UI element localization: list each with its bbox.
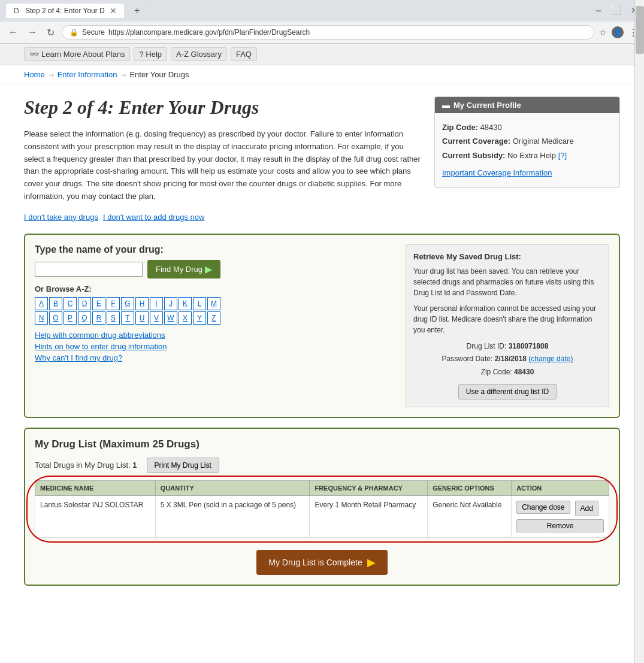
alpha-btn-v[interactable]: V <box>150 311 163 325</box>
scrollbar-thumb[interactable] <box>636 6 644 54</box>
alpha-btn-t[interactable]: T <box>121 311 134 325</box>
alpha-btn-d[interactable]: D <box>78 297 91 310</box>
browser-tab[interactable]: 🗋 Step 2 of 4: Enter Your D ✕ <box>6 4 124 18</box>
no-add-btn[interactable]: I don't want to add drugs now <box>103 213 204 222</box>
help-link[interactable]: ? Help <box>134 47 167 61</box>
bookmark-btn[interactable]: ☆ <box>599 28 607 37</box>
password-date-row: Password Date: 2/18/2018 (change date) <box>413 353 601 366</box>
alpha-btn-k[interactable]: K <box>179 297 192 310</box>
change-dose-btn[interactable]: Change dose <box>516 501 570 514</box>
coverage-row: Current Coverage: Original Medicare <box>442 134 612 148</box>
breadcrumb-current: Enter Your Drugs <box>129 70 189 79</box>
subsidy-help-icon[interactable]: [?] <box>558 151 567 160</box>
col-quantity: QUANTITY <box>155 480 310 495</box>
add-btn[interactable]: Add <box>575 501 598 516</box>
use-different-btn[interactable]: Use a different drug list ID <box>458 384 557 399</box>
tab-close-btn[interactable]: ✕ <box>110 6 117 16</box>
help-enter-drug-link[interactable]: Hints on how to enter drug information <box>35 342 394 351</box>
new-tab-btn[interactable]: + <box>129 4 146 18</box>
profile-icon[interactable]: 👤 <box>612 26 624 38</box>
page-header: Step 2 of 4: Enter Your Drugs Please sel… <box>24 96 620 222</box>
drug-list-section: My Drug List (Maximum 25 Drugs) Total Dr… <box>24 428 620 586</box>
alpha-btn-l[interactable]: L <box>193 297 206 310</box>
drug-list-title: My Drug List (Maximum 25 Drugs) <box>35 438 609 450</box>
alpha-btn-w[interactable]: W <box>164 311 177 325</box>
glossary-label: A-Z Glossary <box>176 50 222 59</box>
complete-drug-list-btn[interactable]: My Drug List is Complete ▶ <box>256 550 387 575</box>
find-btn-arrow-icon: ▶ <box>205 264 212 275</box>
alpha-btn-s[interactable]: S <box>107 311 120 325</box>
retrieve-section: Retrieve My Saved Drug List: Your drug l… <box>406 244 609 407</box>
alpha-btn-q[interactable]: Q <box>78 311 91 325</box>
restore-btn[interactable]: ⬜ <box>611 5 621 16</box>
drug-table-body: Lantus Solostar INJ SOLOSTAR 5 X 3ML Pen… <box>35 495 609 537</box>
find-drug-label: Find My Drug <box>156 265 202 274</box>
forward-btn[interactable]: → <box>25 26 40 39</box>
alpha-btn-b[interactable]: B <box>49 297 62 310</box>
alpha-btn-a[interactable]: A <box>35 297 48 310</box>
alpha-btn-z[interactable]: Z <box>207 311 220 325</box>
alpha-btn-n[interactable]: N <box>35 311 48 325</box>
alpha-btn-h[interactable]: H <box>135 297 149 310</box>
url-bar[interactable]: 🔒 Secure https://plancompare.medicare.go… <box>62 25 594 40</box>
alpha-btn-x[interactable]: X <box>179 311 192 325</box>
alpha-btn-j[interactable]: J <box>164 297 177 310</box>
alpha-btn-i[interactable]: I <box>150 297 163 310</box>
secure-label: Secure <box>82 28 105 37</box>
help-links: Help with common drug abbreviations Hint… <box>35 331 394 362</box>
url-text: https://plancompare.medicare.gov/pfdn/Pl… <box>108 28 586 37</box>
browser-chrome: 🗋 Step 2 of 4: Enter Your D ✕ + − ⬜ ✕ ← … <box>0 0 644 44</box>
title-bar: 🗋 Step 2 of 4: Enter Your D ✕ + − ⬜ ✕ <box>0 0 644 22</box>
alpha-btn-u[interactable]: U <box>135 311 149 325</box>
glossary-link[interactable]: A-Z Glossary <box>171 47 227 61</box>
print-drug-list-btn[interactable]: Print My Drug List <box>147 458 219 473</box>
profile-icon-small: ▬ <box>442 101 450 110</box>
profile-card-header: ▬ My Current Profile <box>435 97 619 113</box>
drug-quantity-cell: 5 X 3ML Pen (sold in a package of 5 pens… <box>155 495 310 537</box>
drug-action-cell: Change dose Add Remove <box>512 495 609 537</box>
alpha-btn-f[interactable]: F <box>107 297 120 310</box>
table-header-row: MEDICINE NAME QUANTITY FREQUENCY & PHARM… <box>35 480 609 495</box>
help-find-drug-link[interactable]: Why can't I find my drug? <box>35 353 394 362</box>
alpha-btn-y[interactable]: Y <box>193 311 206 325</box>
retrieve-title: Retrieve My Saved Drug List: <box>413 252 601 261</box>
find-drug-btn[interactable]: Find My Drug ▶ <box>147 260 220 278</box>
help-abbreviations-link[interactable]: Help with common drug abbreviations <box>35 331 394 340</box>
back-btn[interactable]: ← <box>6 26 20 39</box>
alphabet-row-1: ABCDEFGHIJKLM <box>35 297 394 310</box>
alpha-btn-m[interactable]: M <box>207 297 220 310</box>
drug-name-cell: Lantus Solostar INJ SOLOSTAR <box>35 495 156 537</box>
alpha-btn-c[interactable]: C <box>64 297 77 310</box>
browse-label: Or Browse A-Z: <box>35 284 394 293</box>
alpha-btn-g[interactable]: G <box>121 297 134 310</box>
alpha-btn-r[interactable]: R <box>92 311 105 325</box>
complete-btn-label: My Drug List is Complete <box>268 558 362 567</box>
breadcrumb-enter-info[interactable]: Enter Information <box>58 70 117 79</box>
breadcrumb-home[interactable]: Home <box>24 70 45 79</box>
alpha-btn-p[interactable]: P <box>64 311 77 325</box>
learn-more-link[interactable]: 👓 Learn More About Plans <box>24 47 130 61</box>
window-controls: − ⬜ ✕ <box>595 5 638 16</box>
minimize-btn[interactable]: − <box>595 5 601 16</box>
retrieve-text-1: Your drug list has been saved. You can r… <box>413 266 601 298</box>
refresh-btn[interactable]: ↻ <box>44 26 57 40</box>
drug-search-input[interactable] <box>35 262 143 277</box>
search-row: Find My Drug ▶ <box>35 260 394 278</box>
main-area: Step 2 of 4: Enter Your Drugs Please sel… <box>0 84 644 598</box>
breadcrumb-arrow-1: → <box>47 70 55 79</box>
search-label: Type the name of your drug: <box>35 244 394 255</box>
drug-list-info: Drug List ID: 3180071808 Password Date: … <box>413 340 601 379</box>
faq-link[interactable]: FAQ <box>231 47 257 61</box>
profile-card: ▬ My Current Profile Zip Code: 48430 Cur… <box>434 96 620 188</box>
no-drugs-btn[interactable]: I don't take any drugs <box>24 213 98 222</box>
remove-btn[interactable]: Remove <box>516 519 604 532</box>
drug-frequency-cell: Every 1 Month Retail Pharmacy <box>310 495 428 537</box>
change-date-link[interactable]: (change date) <box>528 355 573 363</box>
drug-table: MEDICINE NAME QUANTITY FREQUENCY & PHARM… <box>35 480 609 538</box>
page-title-area: Step 2 of 4: Enter Your Drugs Please sel… <box>24 96 422 222</box>
alpha-btn-o[interactable]: O <box>49 311 62 325</box>
alpha-btn-e[interactable]: E <box>92 297 105 310</box>
important-coverage-link[interactable]: Important Coverage Information <box>442 168 552 177</box>
tab-title: Step 2 of 4: Enter Your D <box>25 7 105 15</box>
complete-btn-arrow-icon: ▶ <box>367 556 376 569</box>
